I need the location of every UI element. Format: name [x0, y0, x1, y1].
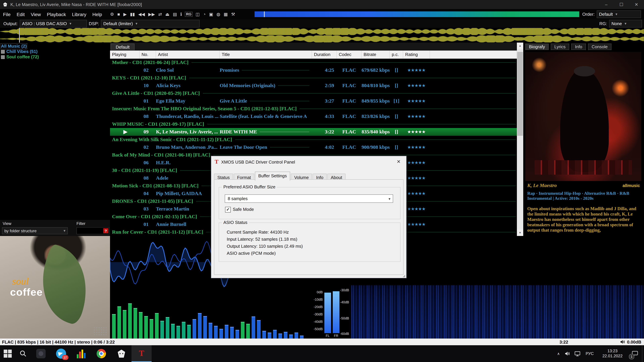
scroll-down-icon[interactable]: ▼ [517, 230, 523, 236]
sidebar-playlist-3[interactable]: Soul coffee (72) [0, 54, 110, 60]
volume-level[interactable]: 0.00dB [627, 339, 641, 345]
column-header-rating[interactable]: Rating [403, 51, 430, 59]
pause-icon[interactable]: ▮▮ [128, 9, 136, 19]
playlist-group-header[interactable]: Mother - CD1 (2021-06-24) [FLAC] [110, 59, 517, 66]
open-audio-cd-icon[interactable]: ▤ [171, 9, 178, 19]
close-icon[interactable]: ✕ [629, 0, 644, 9]
buffer-size-dropdown[interactable]: 8 samples ▾ [225, 194, 393, 203]
taskbar-app-telegram[interactable]: 37 [51, 345, 71, 362]
menu-help[interactable]: Help [90, 11, 105, 17]
playlist-row[interactable]: 08Thundercat, Raedio, Louis ...Satellite… [110, 113, 517, 120]
playlist-group-header[interactable]: KEYS - CD1 (2021-12-10) [FLAC] [110, 74, 517, 82]
title-bar[interactable]: K, Le Maestro, Liv Averie, Mike Nasa - R… [0, 0, 644, 9]
playlist-row[interactable]: 02Bruno Mars, Anderson .Pa...Leave The D… [110, 143, 517, 151]
scroll-up-icon[interactable]: ▲ [517, 42, 523, 49]
column-header-no[interactable]: No. [140, 51, 156, 59]
seek-bar[interactable] [254, 11, 579, 17]
replaygain-dropdown[interactable]: None ▾ [609, 20, 642, 27]
scrollbar-thumb[interactable] [517, 52, 523, 136]
dialog-tab-buffer-settings[interactable]: Buffer Settings [255, 172, 290, 181]
filter-input[interactable]: ? [76, 227, 109, 234]
properties-icon[interactable]: ℹ [178, 9, 184, 19]
safe-mode-checkbox[interactable]: ✓ [225, 207, 231, 213]
playlist-group-header[interactable]: Insecure: Music From The HBO Original Se… [110, 105, 517, 113]
playlist-tab-default[interactable]: Default [111, 43, 134, 50]
converter-icon[interactable]: ◫ [194, 9, 202, 19]
cell-codec: FLAC [337, 82, 362, 89]
taskbar-app-foobar2000[interactable] [111, 345, 132, 362]
tray-clock[interactable]: 13:23 22.01.2022 [597, 349, 628, 359]
info-tab-lyrics[interactable]: Lyrics [550, 43, 569, 50]
search-button[interactable] [16, 345, 31, 362]
preferences-icon[interactable]: ⚙ [108, 9, 116, 19]
group-label: Motion Sick - CD1 (2021-08-13) [FLAC] [110, 182, 198, 190]
playlist-row[interactable]: 01Ego Ella MayGive A Little3:27FLAC849/8… [110, 97, 517, 105]
dialog-close-icon[interactable]: ✕ [391, 156, 406, 167]
cell-track-number: 04 [140, 190, 156, 197]
sidebar-playlist-1[interactable]: All Music (2) [0, 43, 110, 49]
column-header-pc[interactable]: p.c. [390, 51, 403, 59]
column-header-artist[interactable]: Artist [156, 51, 220, 59]
playlist-row-playing[interactable]: ▶09K, Le Maestro, Liv Averie, ...RIDE WI… [110, 128, 517, 136]
replaygain-icon[interactable]: RG [185, 12, 192, 17]
tools-icon[interactable]: ⚒ [230, 9, 237, 19]
allmusic-link[interactable]: allmusic [622, 183, 640, 188]
column-header-playing[interactable]: Playing [110, 51, 140, 59]
tray-volume-button[interactable] [563, 345, 572, 362]
spectrum-bar [219, 329, 223, 339]
playlist-scrollbar[interactable]: ▲ ▼ [517, 42, 523, 236]
resize-grip-icon[interactable]: ◢ [403, 274, 405, 278]
dialog-title-bar[interactable]: T XMOS USB DAC Driver Control Panel ✕ [211, 156, 406, 168]
info-tab-info[interactable]: Info [571, 43, 586, 50]
tray-display-button[interactable] [572, 345, 582, 362]
maximize-icon[interactable]: ☐ [614, 0, 629, 9]
waveform-seekbar[interactable] [0, 28, 644, 42]
sidebar-playlist-label: Chill Vibes (51) [6, 49, 38, 54]
language-indicator[interactable]: РУС [582, 351, 597, 356]
playlist-group-header[interactable]: WHIP MUSIC - CD1 (2021-09-17) [FLAC] [110, 120, 517, 128]
dsp-dropdown[interactable]: Default (limiter) ▾ [101, 20, 200, 27]
menu-edit[interactable]: Edit [14, 11, 28, 17]
taskbar-app-1[interactable] [31, 345, 51, 362]
eject-icon[interactable]: ⏏ [164, 9, 171, 19]
playlist-group-header[interactable]: An Evening With Silk Sonic - CD1 (2021-1… [110, 136, 517, 143]
buffer-size-group-label: Preferred ASIO Buffer Size [222, 184, 277, 189]
order-dropdown[interactable]: Default ▾ [597, 10, 641, 18]
menu-library[interactable]: Library [69, 11, 90, 17]
column-header-title[interactable]: Title [220, 51, 312, 59]
playlist-group-header[interactable]: Give A Little - CD1 (2020-05-29) [FLAC] [110, 89, 517, 97]
column-header-duration[interactable]: Duration [312, 51, 337, 59]
play-icon[interactable]: ▶ [122, 9, 128, 19]
spectrum-bar [278, 334, 282, 339]
next-icon[interactable]: ▶▶ [146, 9, 157, 19]
taskbar-app-equalizer[interactable] [71, 345, 91, 362]
column-header-codec[interactable]: Codec [337, 51, 362, 59]
previous-icon[interactable]: ◀◀ [136, 9, 146, 19]
taskbar-app-chrome[interactable] [91, 345, 111, 362]
random-icon[interactable]: ⇄ [157, 9, 164, 19]
playlist-row[interactable]: 02Cleo SolPromises4:25FLAC679/682 kbps[]… [110, 66, 517, 74]
filter-help-icon[interactable]: ? [103, 228, 108, 233]
playback-statistics-icon[interactable]: ◔ [202, 9, 208, 19]
menu-view[interactable]: View [28, 11, 44, 17]
column-header-bitrate[interactable]: Bitrate [362, 51, 390, 59]
taskbar-app-asio-panel[interactable]: T [132, 345, 152, 362]
tray-expand-button[interactable]: ∧ [554, 345, 563, 362]
menu-file[interactable]: File [0, 11, 14, 17]
action-center-button[interactable]: 1 [628, 345, 642, 362]
stop-icon[interactable]: ■ [116, 9, 122, 19]
output-device-dropdown[interactable]: ASIO : USB DAC ASIO ▾ [20, 20, 87, 27]
cell-playcount: [] [390, 66, 403, 74]
view-mode-dropdown[interactable]: by folder structure ▾ [2, 227, 68, 234]
menu-playback[interactable]: Playback [44, 11, 69, 17]
playlist-row[interactable]: 10Alicia KeysOld Memories (Originals)2:5… [110, 82, 517, 89]
info-tab-biografy[interactable]: Biografy [525, 43, 548, 50]
show-desktop-button[interactable] [642, 345, 644, 362]
sidebar-playlist-2[interactable]: Chill Vibes (51) [0, 49, 110, 54]
layout-icon[interactable]: ▦ [222, 9, 230, 19]
info-tab-console[interactable]: Console [588, 43, 611, 50]
minimize-icon[interactable]: – [599, 0, 614, 9]
tagging-icon[interactable]: ▣ [207, 9, 215, 19]
start-button[interactable] [0, 345, 16, 362]
scrobbler-icon[interactable]: ◍ [215, 9, 222, 19]
